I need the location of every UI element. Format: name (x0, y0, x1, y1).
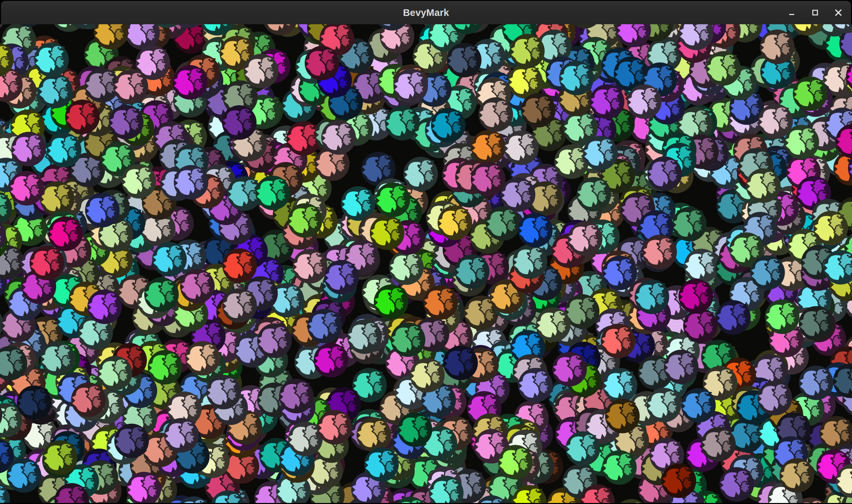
close-button[interactable] (830, 5, 846, 21)
bird-sprite (718, 467, 754, 502)
app-window: BevyMark (0, 0, 852, 504)
window-title: BevyMark (403, 7, 449, 18)
bird-sprite-field (0, 24, 852, 503)
maximize-icon (811, 8, 819, 17)
titlebar[interactable]: BevyMark (1, 1, 851, 24)
maximize-button[interactable] (807, 5, 823, 21)
window-controls (784, 1, 846, 24)
close-icon (834, 8, 843, 17)
minimize-button[interactable] (784, 5, 800, 21)
minimize-icon (787, 8, 796, 17)
